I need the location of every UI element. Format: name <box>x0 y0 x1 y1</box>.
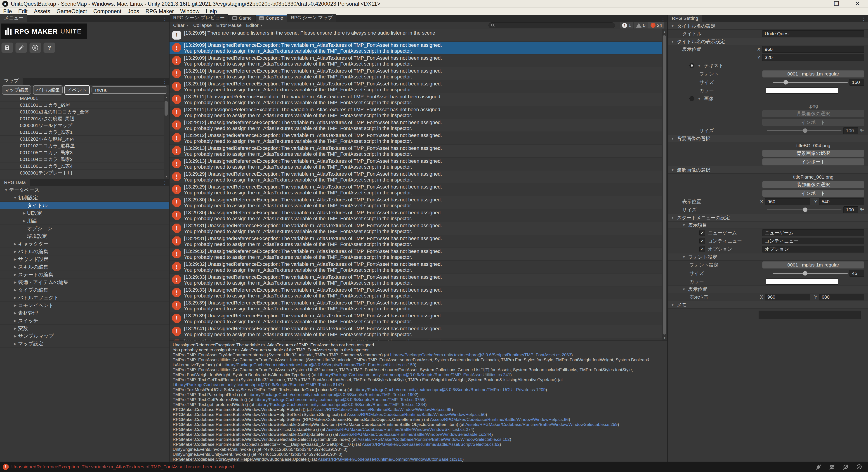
stack-trace-link[interactable]: Assets/RPGMaker/Codebase/Runtime/Battle/… <box>362 442 500 447</box>
tab-console[interactable]: Console <box>256 15 287 22</box>
section-display-pos[interactable]: ▼表示位置 <box>668 285 868 293</box>
console-scrollbar[interactable]: ▲ ▼ <box>662 29 667 340</box>
title-size-input[interactable] <box>849 79 864 86</box>
kebab-rpgsetting-icon[interactable]: ⋮ <box>861 16 866 22</box>
console-error-row[interactable]: ![13:29:41] UnassignedReferenceException… <box>169 338 667 340</box>
map-list-item[interactable]: 0010102ココカラ_道具屋 <box>0 143 169 149</box>
console-info-row[interactable]: ![13:29:05] There are no audio listeners… <box>169 29 667 41</box>
checkbox-checked-icon[interactable]: ✓ <box>700 238 705 244</box>
console-error-row[interactable]: ![13:29:13] UnassignedReferenceException… <box>169 158 667 170</box>
stack-trace-link[interactable]: Library/PackageCache/com.unity.textmeshp… <box>390 352 571 357</box>
scroll-up-icon[interactable]: ▲ <box>164 95 169 100</box>
collapse-toggle[interactable]: Collapse <box>191 22 214 29</box>
section-start-menu[interactable]: ▼スタートメニューの設定 <box>668 214 868 221</box>
edit-button[interactable] <box>16 42 27 53</box>
console-error-row[interactable]: ![13:29:31] UnassignedReferenceException… <box>169 235 667 248</box>
kebab-rpgdata-icon[interactable]: ⋮ <box>162 180 167 186</box>
image-size-input[interactable] <box>843 127 858 134</box>
start-color-swatch[interactable] <box>766 279 838 285</box>
checkbox-checked-icon[interactable]: ✓ <box>700 246 705 252</box>
console-error-row[interactable]: ![13:29:12] UnassignedReferenceException… <box>169 119 667 132</box>
deco-pos-x-input[interactable] <box>765 198 810 205</box>
tab-rpg-setting[interactable]: RPG Setting <box>668 15 702 22</box>
map-list-item[interactable]: 0010103ココカラ_民家1 <box>0 129 169 136</box>
foldout-open-icon[interactable]: ▼ <box>3 188 9 192</box>
tree-item[interactable]: ▶装備・アイテムの編集 <box>0 279 169 286</box>
menu-gameobject[interactable]: GameObject <box>53 8 90 15</box>
map-list-item[interactable]: 0000001ワールドマップ <box>0 122 169 129</box>
scroll-down-icon[interactable]: ▼ <box>662 336 667 340</box>
bg-image-select-button[interactable]: 背景画像の選択 <box>762 150 864 157</box>
start-pos-x-input[interactable] <box>765 294 810 301</box>
clear-button[interactable]: Clear▼ <box>171 22 191 29</box>
help-button[interactable]: ? <box>43 42 55 53</box>
scroll-down-icon[interactable]: ▼ <box>164 174 169 179</box>
kebab-console-icon[interactable]: ⋮ <box>660 16 665 22</box>
map-list-item[interactable]: 0010105ココカラ_民家3 <box>0 149 169 156</box>
section-title-display[interactable]: ▼タイトル名の表示設定 <box>668 38 868 45</box>
console-error-row[interactable]: ![13:29:30] UnassignedReferenceException… <box>169 196 667 209</box>
warning-count-toggle[interactable]: 0 <box>633 22 648 29</box>
save-button[interactable] <box>1 42 13 53</box>
error-count-toggle[interactable]: !24 <box>648 22 664 29</box>
console-error-row[interactable]: ![13:29:11] UnassignedReferenceException… <box>169 106 667 119</box>
tree-item[interactable]: ▶用語 <box>0 217 169 225</box>
map-list-item[interactable]: 0010104ココカラ_民家2 <box>0 156 169 163</box>
tree-item[interactable]: ▶バトルエフェクト <box>0 294 169 302</box>
foldout-closed-icon[interactable]: ▶ <box>12 296 18 300</box>
stack-trace-link[interactable]: Library/PackageCache/com.unity.textmeshp… <box>254 397 424 402</box>
console-error-row[interactable]: ![13:29:29] UnassignedReferenceException… <box>169 170 667 183</box>
stack-trace-link[interactable]: Library/PackageCache/com.unity.textmeshp… <box>255 402 425 407</box>
battle-edit-button[interactable]: バトル編集 <box>33 85 62 95</box>
console-error-row[interactable]: ![13:29:11] UnassignedReferenceException… <box>169 93 667 106</box>
console-error-row[interactable]: ![13:29:12] UnassignedReferenceException… <box>169 132 667 145</box>
stack-trace-link[interactable]: Assets/RPGMaker/Codebase/Runtime/Battle/… <box>347 412 486 417</box>
map-scroll-thumb[interactable] <box>164 101 168 116</box>
tree-item[interactable]: ▶キャラクター <box>0 240 169 248</box>
tab-map[interactable]: マップ <box>0 76 23 85</box>
deco-pos-y-input[interactable] <box>819 198 864 205</box>
tree-item[interactable]: ▶スキルの編集 <box>0 263 169 271</box>
tab-game[interactable]: Game <box>229 15 255 22</box>
tree-item[interactable]: ▶サンプルマップ <box>0 332 169 340</box>
tree-item[interactable]: ▶スイッチ <box>0 317 169 325</box>
image-size-slider[interactable] <box>767 127 842 134</box>
start-size-input[interactable] <box>849 270 864 277</box>
kebab-map-icon[interactable]: ⋮ <box>162 79 167 85</box>
section-title-name[interactable]: ▼タイトル名の設定 <box>668 22 868 30</box>
minimize-button[interactable]: ─ <box>814 0 818 7</box>
tree-item[interactable]: ▶ステートの編集 <box>0 271 169 279</box>
stack-trace-link[interactable]: Library/PackageCache/com.unity.textmeshp… <box>173 382 342 387</box>
stack-trace-link[interactable]: Assets/RPGMaker/Codebase/Runtime/Battle/… <box>339 432 491 437</box>
map-search-input[interactable] <box>92 86 167 94</box>
deco-size-input[interactable] <box>843 207 858 213</box>
stack-trace-link[interactable]: Library/PackageCache/com.unity.textmeshp… <box>247 392 417 397</box>
foldout-closed-icon[interactable]: ▶ <box>12 303 18 308</box>
foldout-closed-icon[interactable]: ▶ <box>12 326 18 331</box>
map-list-item[interactable]: 0010106ココカラ_民家4 <box>0 163 169 169</box>
console-error-row[interactable]: ![13:29:32] UnassignedReferenceException… <box>169 261 667 274</box>
console-error-row[interactable]: ![13:29:39] UnassignedReferenceException… <box>169 312 667 325</box>
foldout-closed-icon[interactable]: ▶ <box>12 311 18 315</box>
bg-image-select-button-disabled[interactable]: 背景画像の選択 <box>762 110 864 117</box>
deco-import-button[interactable]: インポート <box>762 190 864 197</box>
console-search-input[interactable] <box>497 23 613 28</box>
stack-trace-link[interactable]: Assets/RPGMaker/Codebase/Runtime/Battle/… <box>358 437 510 442</box>
tree-item[interactable]: タイトル <box>0 202 169 209</box>
refresh-disabled-icon[interactable] <box>842 463 849 471</box>
start-pos-y-input[interactable] <box>819 294 864 301</box>
console-search[interactable] <box>489 22 615 28</box>
cache-server-disabled-icon[interactable] <box>828 463 836 471</box>
title-color-swatch[interactable] <box>766 88 838 94</box>
foldout-closed-icon[interactable]: ▶ <box>12 250 18 254</box>
tree-item[interactable]: 環境設定 <box>0 232 169 240</box>
restore-button[interactable]: ❐ <box>834 0 839 7</box>
section-display-items[interactable]: ▼表示項目 <box>668 221 868 229</box>
tree-item[interactable]: ▶バトルの編集 <box>0 248 169 255</box>
start-size-slider[interactable] <box>773 270 848 277</box>
stack-trace-link[interactable]: Library/PackageCache/com.unity.textmeshp… <box>222 363 415 367</box>
map-list-item[interactable]: MAP001 <box>0 95 169 102</box>
console-error-row[interactable]: ![13:29:13] UnassignedReferenceException… <box>169 145 667 158</box>
map-list-item[interactable]: 0010201小さな廃屋_周辺 <box>0 115 169 122</box>
tab-rpg-scene-map[interactable]: RPG シーン マップ <box>287 14 336 22</box>
